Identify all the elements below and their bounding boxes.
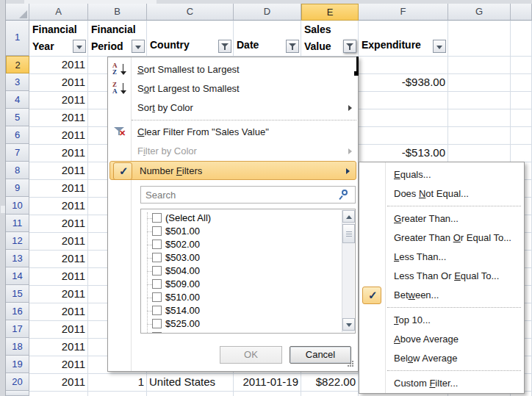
- filter-value-item[interactable]: $509.00: [141, 278, 328, 291]
- menu-item-greater-than[interactable]: Greater Than...: [359, 209, 524, 228]
- cell-A12[interactable]: 2011: [32, 232, 85, 250]
- column-header-A[interactable]: A: [29, 4, 88, 21]
- row-header-17[interactable]: 17: [6, 320, 29, 338]
- column-header-F[interactable]: F: [359, 4, 448, 21]
- list-scrollbar[interactable]: [342, 210, 354, 332]
- search-icon[interactable]: [339, 190, 350, 200]
- cell-A8[interactable]: 2011: [32, 162, 85, 179]
- column-header-E[interactable]: E: [301, 4, 359, 21]
- value-checkbox[interactable]: [152, 292, 162, 302]
- cell-A2[interactable]: 2011: [32, 56, 85, 73]
- cell-A20[interactable]: 2011: [32, 373, 85, 391]
- row-header-10[interactable]: 10: [6, 197, 29, 215]
- filter-dropdown-button-B[interactable]: [132, 40, 145, 53]
- active-cell-fill-handle[interactable]: [354, 71, 359, 76]
- cell-A14[interactable]: 2011: [32, 267, 85, 285]
- row-header-8[interactable]: 8: [6, 162, 29, 179]
- column-header-B[interactable]: B: [88, 4, 147, 21]
- filter-value-item[interactable]: $504.00: [141, 264, 328, 278]
- column-header-D[interactable]: D: [234, 4, 301, 21]
- row-header-20[interactable]: 20: [6, 373, 29, 391]
- scroll-up-button[interactable]: [342, 210, 355, 223]
- cell-A19[interactable]: 2011: [32, 356, 85, 373]
- menu-item-greater-than-or-equal-to[interactable]: Greater Than Or Equal To...: [359, 228, 524, 248]
- filter-value-item[interactable]: $514.00: [141, 304, 328, 317]
- value-checkbox[interactable]: [152, 240, 162, 249]
- row-header-2[interactable]: 2: [6, 56, 29, 73]
- cell-A15[interactable]: 2011: [32, 285, 85, 303]
- value-checkbox[interactable]: [152, 253, 162, 262]
- cell-A17[interactable]: 2011: [32, 320, 85, 338]
- filter-dropdown-button-A[interactable]: [73, 40, 86, 53]
- menu-item-custom-filter[interactable]: Custom Filter...: [359, 374, 524, 393]
- row-header-11[interactable]: 11: [6, 215, 29, 232]
- row-header-14[interactable]: 14: [6, 267, 29, 285]
- menu-item-sort-smallest-to-largest[interactable]: AZSort Smallest to Largest: [108, 60, 358, 79]
- menu-item-less-than-or-equal-to[interactable]: Less Than Or Equal To...: [359, 267, 524, 286]
- menu-item-between[interactable]: ✓Between...: [359, 286, 524, 305]
- value-checkbox[interactable]: [152, 266, 162, 276]
- filter-applied-button-C[interactable]: [218, 40, 231, 53]
- menu-item-less-than[interactable]: Less Than...: [359, 248, 524, 267]
- cell-F7[interactable]: -$513.00: [361, 144, 445, 162]
- menu-item-number-filters[interactable]: ✓Number Filters: [108, 161, 358, 180]
- row-header-9[interactable]: 9: [6, 179, 29, 197]
- cell-A6[interactable]: 2011: [32, 126, 85, 144]
- cancel-button[interactable]: Cancel: [290, 346, 351, 364]
- cell-A16[interactable]: 2011: [32, 303, 85, 320]
- menu-item-above-average[interactable]: Above Average: [359, 330, 524, 349]
- value-checkbox[interactable]: [152, 226, 162, 236]
- cell-A3[interactable]: 2011: [32, 73, 85, 91]
- filter-value-item[interactable]: $525.00: [141, 317, 328, 331]
- filter-value-item[interactable]: $501.00: [141, 225, 328, 238]
- filter-value-item[interactable]: $503.00: [141, 251, 328, 264]
- scrollbar-thumb[interactable]: [342, 224, 355, 243]
- row-header-18[interactable]: 18: [6, 338, 29, 356]
- filter-value-item-partial[interactable]: [141, 331, 328, 334]
- menu-item-does-not-equal[interactable]: Does Not Equal...: [359, 184, 524, 204]
- value-checkbox[interactable]: [152, 319, 162, 328]
- cell-A5[interactable]: 2011: [32, 109, 85, 126]
- cell-A10[interactable]: 2011: [32, 197, 85, 215]
- filter-value-item[interactable]: $510.00: [141, 291, 328, 304]
- scroll-down-button[interactable]: [342, 318, 355, 331]
- row-header-16[interactable]: 16: [6, 303, 29, 320]
- cell-A9[interactable]: 2011: [32, 179, 85, 197]
- column-header-G[interactable]: G: [448, 4, 511, 21]
- ok-button[interactable]: OK: [220, 346, 282, 364]
- column-header-partial[interactable]: [511, 4, 532, 21]
- cell-B20[interactable]: 1: [90, 373, 144, 391]
- value-checkbox[interactable]: [152, 332, 162, 334]
- column-header-C[interactable]: C: [147, 4, 234, 21]
- select-all-corner[interactable]: [6, 4, 29, 21]
- row-header-6[interactable]: 6: [6, 126, 29, 144]
- cell-A13[interactable]: 2011: [32, 250, 85, 267]
- menu-item-top-10[interactable]: Top 10...: [359, 311, 524, 330]
- value-checkbox[interactable]: [152, 279, 162, 289]
- menu-item-sort-largest-to-smallest[interactable]: ZASort Largest to Smallest: [108, 79, 358, 98]
- search-input[interactable]: Search: [140, 186, 356, 204]
- row-header-15[interactable]: 15: [6, 285, 29, 303]
- filter-value-item[interactable]: (Select All): [141, 212, 328, 225]
- cell-F3[interactable]: -$938.00: [361, 73, 445, 91]
- cell-D20[interactable]: 2011-01-19: [236, 373, 298, 391]
- row-header-4[interactable]: 4: [6, 91, 29, 109]
- filter-dropdown-button-F[interactable]: [433, 40, 446, 53]
- menu-item-below-average[interactable]: Below Average: [359, 349, 524, 368]
- filter-value-item[interactable]: $502.00: [141, 238, 328, 251]
- row-header-13[interactable]: 13: [6, 250, 29, 267]
- filter-applied-button-D[interactable]: [286, 40, 299, 53]
- row-header-12[interactable]: 12: [6, 232, 29, 250]
- row-header-3[interactable]: 3: [6, 73, 29, 91]
- filter-applied-button-E[interactable]: [343, 40, 356, 53]
- row-header-19[interactable]: 19: [6, 356, 29, 373]
- row-header-1[interactable]: 1: [6, 21, 29, 56]
- value-checkbox[interactable]: [152, 306, 162, 315]
- cell-A11[interactable]: 2011: [32, 215, 85, 232]
- menu-item-equals[interactable]: Equals...: [359, 165, 524, 184]
- menu-item-filter-by-color[interactable]: Filter by Color: [108, 142, 358, 161]
- cell-A4[interactable]: 2011: [32, 91, 85, 109]
- resize-grip[interactable]: [348, 361, 355, 368]
- cell-E20[interactable]: $822.00: [303, 373, 356, 391]
- cell-C20[interactable]: United States: [149, 373, 231, 391]
